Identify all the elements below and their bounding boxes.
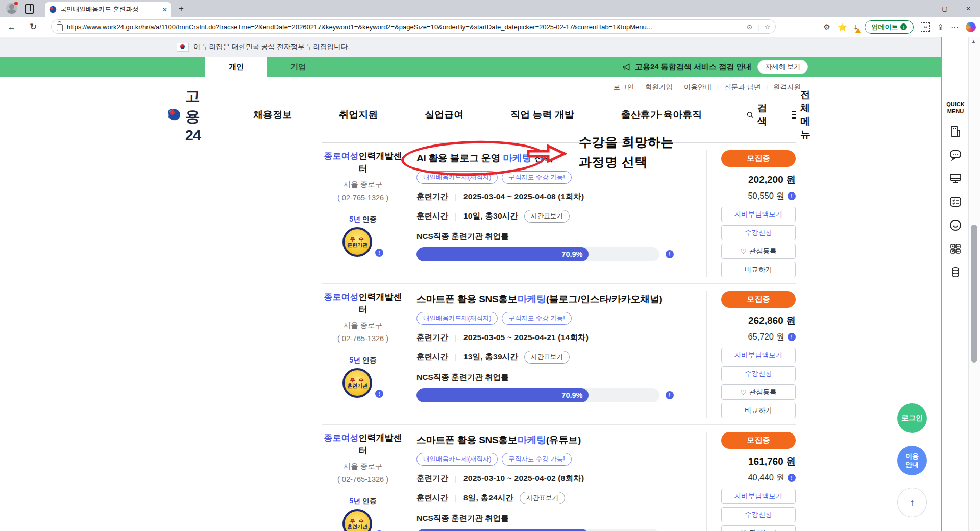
employment-rate-info-icon[interactable]: ! [666,391,674,399]
search-button[interactable]: 검색 [747,102,770,128]
floating-guide-button[interactable]: 이용안내 [897,446,927,475]
institution-block[interactable]: 종로여성인력개발센터 서울 종로구 ( 02-765-1326 ) 5년 인증 … [322,291,404,418]
tab-personal[interactable]: 개인 [205,57,267,77]
scrollbar-thumb[interactable] [971,225,977,363]
new-tab-button[interactable]: + [179,4,184,14]
self-payment-button[interactable]: 자비부담액보기 [721,348,796,363]
notice-detail-button[interactable]: 자세히 보기 [757,60,808,74]
timetable-button[interactable]: 시간표보기 [520,492,565,504]
scroll-to-top-button[interactable]: ↑ [897,488,927,517]
util-guide[interactable]: 이용안내 [678,83,717,92]
scrollbar-up-icon[interactable]: ▲ [971,39,976,44]
nav-item-maternity-leave[interactable]: 출산휴가·육아휴직 [621,108,702,122]
quick-calculator-icon[interactable] [949,242,962,255]
collections-icon[interactable]: ⭐ [838,22,847,32]
share-icon[interactable]: ⇪ [937,22,944,32]
nav-item-jobs[interactable]: 채용정보 [253,108,292,122]
course-actions: 모집중 262,860 원 65,720 원! 자비부담액보기 수강신청 ♡관심… [721,291,796,418]
tab-close-icon[interactable]: ✕ [162,6,167,13]
quick-checklist-icon[interactable] [949,195,962,208]
quick-smile-icon[interactable] [949,219,962,232]
quick-coins-icon[interactable] [949,266,962,279]
course-price: 161,760 원 [721,455,796,468]
course-card: 종로여성인력개발센터 서울 종로구 ( 02-765-1326 ) 5년 인증 … [322,425,796,531]
enroll-button[interactable]: 수강신청 [721,225,796,240]
compare-button[interactable]: 비교하기 [721,262,796,277]
window-close-button[interactable]: ✕ [957,0,980,17]
settings-more-icon[interactable]: ⋯ [951,22,959,32]
copilot-icon[interactable] [966,22,976,32]
institution-block[interactable]: 종로여성인력개발센터 서울 종로구 ( 02-765-1326 ) 5년 인증 … [322,432,404,531]
nav-item-vocational-training[interactable]: 직업 능력 개발 [510,108,574,122]
timetable-button[interactable]: 시간표보기 [524,351,570,364]
institution-block[interactable]: 종로여성인력개발센터 서울 종로구 ( 02-765-1326 ) 5년 인증 … [322,150,404,277]
timetable-button[interactable]: 시간표보기 [524,210,570,223]
logo-text: 고용24 [185,86,210,144]
institution-name[interactable]: 종로여성인력개발센터 [322,432,404,457]
cert-text: 인증 [362,215,377,223]
course-price: 262,860 원 [721,314,796,327]
all-menu-label: 전체메뉴 [800,88,817,141]
institution-name[interactable]: 종로여성인력개발센터 [322,150,404,175]
course-title[interactable]: 스마트폰 활용 SNS홍보마케팅(블로그/인스타/카카오채널) [416,293,706,306]
compare-button[interactable]: 비교하기 [721,403,796,418]
url-more-icon[interactable]: ⊙ [747,23,752,31]
self-payment-button[interactable]: 자비부담액보기 [721,207,796,222]
employment-rate-bar: 70.9% [416,388,659,402]
nav-item-employment-support[interactable]: 취업지원 [339,108,378,122]
nav-item-unemployment-benefits[interactable]: 실업급여 [425,108,463,122]
floating-login-button[interactable]: 로그인 [897,403,927,433]
institution-name[interactable]: 종로여성인력개발센터 [322,291,404,316]
wishlist-button[interactable]: ♡관심등록 [721,384,796,400]
site-logo[interactable]: 고용24 [168,86,210,144]
all-menu-button[interactable]: 전체메뉴 [792,88,817,141]
browser-update-button[interactable]: 업데이트 ! [865,20,914,34]
url-bar[interactable]: https://www.work24.go.kr/hr/a/a/1100/trn… [51,19,776,34]
back-button[interactable]: ← [3,22,20,32]
tab-company[interactable]: 기업 [267,57,329,77]
title-post: (유튜브) [546,435,581,445]
url-text[interactable]: https://www.work24.go.kr/hr/a/a/1100/trn… [67,23,742,31]
wishlist-button[interactable]: ♡관심등록 [721,244,796,259]
title-keyword-highlight: 마케팅 [518,435,546,445]
title-keyword-highlight: 마케팅 [503,153,531,163]
course-title[interactable]: AI 활용 블로그 운영 마케팅 전략 [416,152,706,165]
quick-monitor-icon[interactable] [949,172,962,185]
row-divider: | [454,353,456,362]
employment-rate-bar: 70.9% [416,247,659,261]
tag-jobseeker-available: 구직자도 수강 가능! [502,171,571,184]
window-minimize-button[interactable]: — [910,0,933,17]
hamburger-icon [792,109,796,121]
util-signup[interactable]: 회원가입 [640,83,678,92]
downloads-icon[interactable]: ⤓ [854,22,858,32]
employment-rate-info-icon[interactable]: ! [666,250,674,258]
self-payment-button[interactable]: 자비부담액보기 [721,489,796,504]
tab-workspaces-icon[interactable] [24,4,34,14]
employment-rate-label: NCS직종 훈련기관 취업률 [416,513,706,524]
wishlist-button[interactable]: ♡관심등록 [721,525,796,531]
course-title[interactable]: 스마트폰 활용 SNS홍보마케팅(유튜브) [416,433,706,447]
heart-icon: ♡ [740,388,746,396]
copay-info-icon[interactable]: ! [788,333,796,341]
extensions-icon[interactable]: ⚙ [824,22,830,32]
window-maximize-button[interactable]: ▢ [933,0,957,17]
copay-info-icon[interactable]: ! [788,192,796,200]
enroll-button[interactable]: 수강신청 [721,366,796,381]
util-qna[interactable]: 질문과 답변 [719,83,766,92]
browser-tab[interactable]: 국민내일배움카드 훈련과정 ✕ [45,2,172,17]
employment-rate-bar: 70.9% [416,529,659,531]
util-login[interactable]: 로그인 [608,83,640,92]
page-scrollbar[interactable]: ▲ [968,37,980,531]
copay-amount: 65,720 원 [748,331,785,343]
copay-info-icon[interactable]: ! [788,474,796,482]
badge-info-icon[interactable]: ! [375,249,383,257]
screenshot-icon[interactable]: ✂ [921,22,930,32]
refresh-button[interactable]: ↻ [24,21,42,32]
institution-name-highlight: 종로여성 [324,292,359,302]
badge-info-icon[interactable]: ! [375,390,383,398]
quick-chat-icon[interactable] [949,148,962,161]
quick-building-icon[interactable] [949,125,962,138]
favorite-star-icon[interactable]: ☆ [764,23,770,31]
enroll-button[interactable]: 수강신청 [721,507,796,522]
title-keyword-highlight: 마케팅 [518,294,546,304]
